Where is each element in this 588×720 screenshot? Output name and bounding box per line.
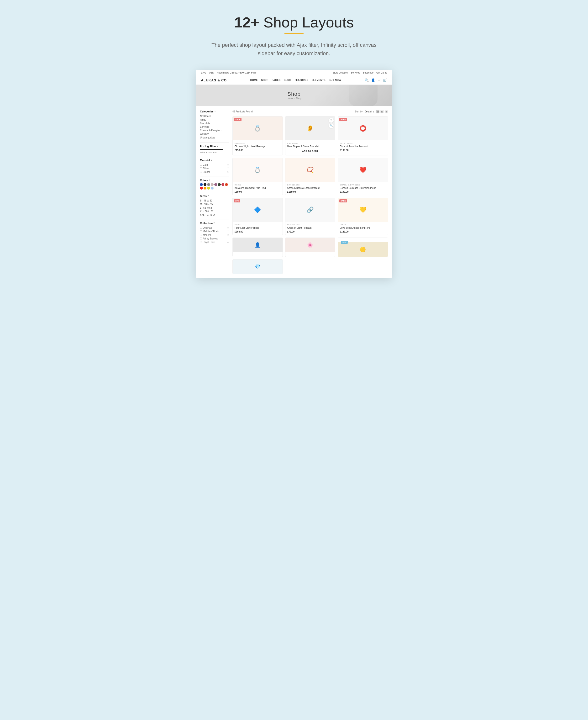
sizes-title[interactable]: Sizes	[200, 194, 229, 198]
product-info-1: EARRINGS Circle of Light Heart Earrings …	[233, 140, 282, 153]
size-s[interactable]: S - 48 to 52	[200, 199, 229, 202]
category-rings[interactable]: Rings›	[200, 118, 229, 122]
product-category-7: RINGS	[235, 224, 281, 226]
color-yellow[interactable]	[207, 187, 210, 189]
nav-features[interactable]: FEATURES	[294, 79, 308, 81]
material-gold[interactable]: Gold 8	[200, 163, 229, 167]
pricing-filter-title[interactable]: Pricing Filter	[200, 145, 229, 148]
size-l[interactable]: L - 56 to 58	[200, 206, 229, 210]
color-red[interactable]	[200, 187, 203, 189]
color-dark-green[interactable]	[218, 183, 221, 186]
category-necklaces[interactable]: Necklaces›	[200, 114, 229, 118]
size-xxl[interactable]: XXL - 62 to 64	[200, 213, 229, 217]
partial-img-2: 🌸	[286, 238, 335, 252]
color-pink-gray[interactable]	[211, 183, 214, 186]
collection-modern[interactable]: Modern3	[200, 233, 229, 237]
shop-window: ENG USD Need help? Call us: +800) 1234 5…	[196, 70, 392, 278]
royal-love-checkbox[interactable]	[200, 241, 202, 243]
search-icon[interactable]: 🔍	[365, 78, 369, 82]
nav-icons: 🔍 👤 ♡ 🛒	[365, 78, 387, 82]
partial-product-3: NEW 🟡	[338, 238, 388, 257]
nav-blog[interactable]: BLOG	[284, 79, 291, 81]
middle-of-north-checkbox[interactable]	[200, 230, 202, 232]
cart-icon[interactable]: 🛒	[383, 78, 387, 82]
collection-title[interactable]: Collection	[200, 222, 229, 225]
product-card-2: 👂 ♡ 🔍 EARRINGS Blue Stripes & Stone Brac…	[285, 116, 336, 156]
collection-middle-of-north[interactable]: Middle of North7	[200, 230, 229, 233]
color-mauve[interactable]	[214, 183, 217, 186]
top-bar-right: Store Location Services Subscribe Gift C…	[333, 71, 387, 74]
lang-selector[interactable]: ENG	[201, 71, 206, 74]
bronze-checkbox[interactable]	[200, 171, 202, 173]
size-m[interactable]: M - 53 to 55	[200, 202, 229, 206]
product-info-4: RINGS Kalvesna Diamond Twig Ring £39.00	[233, 182, 282, 195]
silver-checkbox[interactable]	[200, 167, 202, 169]
product-actions-2: ♡ 🔍	[329, 118, 334, 128]
add-to-cart-btn-2[interactable]: ADD TO CART	[287, 149, 333, 153]
partial-product-2: 🌸	[285, 238, 336, 257]
color-black[interactable]	[204, 183, 206, 186]
nav-buy-now[interactable]: BUY NOW	[329, 79, 341, 81]
account-icon[interactable]: 👤	[371, 78, 375, 82]
nav-elements[interactable]: ELEMENTS	[312, 79, 326, 81]
product-image-2: 👂	[286, 117, 335, 140]
view-list[interactable]: ☰	[385, 110, 388, 114]
color-red-orange[interactable]	[225, 183, 228, 186]
gold-checkbox[interactable]	[200, 164, 202, 166]
collection-originals[interactable]: Originals8	[200, 226, 229, 230]
art-saviola-checkbox[interactable]	[200, 238, 202, 240]
category-earrings[interactable]: Earrings›	[200, 125, 229, 129]
sort-select[interactable]: Default ∨	[364, 110, 374, 113]
products-area: 48 Products Found Sort by Default ∨ ⊞ ⊟ …	[232, 110, 388, 274]
sizes-list: S - 48 to 52 M - 53 to 55 L - 56 to 58 X…	[200, 199, 229, 217]
wishlist-btn-2[interactable]: ♡	[329, 118, 334, 123]
material-bronze[interactable]: Bronze 5	[200, 170, 229, 174]
colors-title[interactable]: Colors	[200, 179, 229, 182]
services-link[interactable]: Services	[351, 71, 360, 74]
partial-img-3: 🟡	[338, 242, 388, 256]
product-card-7: 🔷 30% RINGS Four-Leaf Clover Rings £256.…	[232, 198, 283, 235]
product-name-8: Cross of Light Pendant	[287, 226, 333, 229]
size-xl[interactable]: XL - 58 to 62	[200, 210, 229, 213]
nav-pages[interactable]: PAGES	[272, 79, 281, 81]
color-gray[interactable]	[207, 183, 210, 186]
zoom-btn-2[interactable]: 🔍	[329, 123, 334, 128]
collection-art-by-saviola[interactable]: Art by Saviola11	[200, 237, 229, 241]
view-grid-3[interactable]: ⊟	[380, 110, 384, 114]
category-watches[interactable]: Watches	[200, 132, 229, 136]
product-name-4: Kalvesna Diamond Twig Ring	[235, 186, 281, 189]
nav-home[interactable]: HOME	[250, 79, 258, 81]
product-price-3: £199.00	[340, 149, 386, 151]
category-charms[interactable]: Charms & Dangles›	[200, 129, 229, 132]
color-orange[interactable]	[204, 187, 206, 189]
phone-label: Need help? Call us: +800) 1234 5678	[217, 71, 256, 74]
wishlist-icon[interactable]: ♡	[378, 78, 381, 82]
product-price-5: £169.00	[287, 190, 333, 193]
view-grid-4[interactable]: ⊞	[376, 110, 379, 114]
category-uncategorized[interactable]: Uncategorized	[200, 136, 229, 139]
nav-shop[interactable]: SHOP	[261, 79, 268, 81]
price-filter-bar[interactable]	[200, 149, 223, 150]
material-silver[interactable]: Silver 7	[200, 167, 229, 170]
categories-title[interactable]: Categories	[200, 110, 229, 113]
gift-cards-link[interactable]: Gift Cards	[376, 71, 387, 74]
originals-checkbox[interactable]	[200, 227, 202, 229]
category-bracelets[interactable]: Bracelets›	[200, 122, 229, 125]
sort-label: Sort by	[355, 110, 363, 113]
product-image-4: 💍	[233, 158, 282, 182]
collection-royal-love[interactable]: Royal Love4	[200, 241, 229, 244]
product-card-9: 💛 SALE RINGS Love Both Engagement Ring £…	[338, 198, 388, 235]
currency-selector[interactable]: USD	[209, 71, 214, 74]
color-blue[interactable]	[200, 183, 203, 186]
products-grid: 💍 SALE EARRINGS Circle of Light Heart Ea…	[232, 116, 388, 235]
material-title[interactable]: Material	[200, 159, 229, 162]
color-light-blue[interactable]	[211, 187, 214, 189]
modern-checkbox[interactable]	[200, 234, 202, 236]
subscribe-link[interactable]: Subscribe	[363, 71, 374, 74]
product-name-2: Blue Stripes & Stone Bracelet	[287, 145, 333, 148]
nav-logo[interactable]: ALUKAS & CO	[201, 78, 227, 82]
partial-img-4: 💎	[233, 260, 282, 274]
color-red-pink[interactable]	[222, 183, 224, 186]
product-info-3: NECKLACES Birds of Paradise Pendant £199…	[338, 140, 388, 153]
store-location-link[interactable]: Store Location	[333, 71, 348, 74]
